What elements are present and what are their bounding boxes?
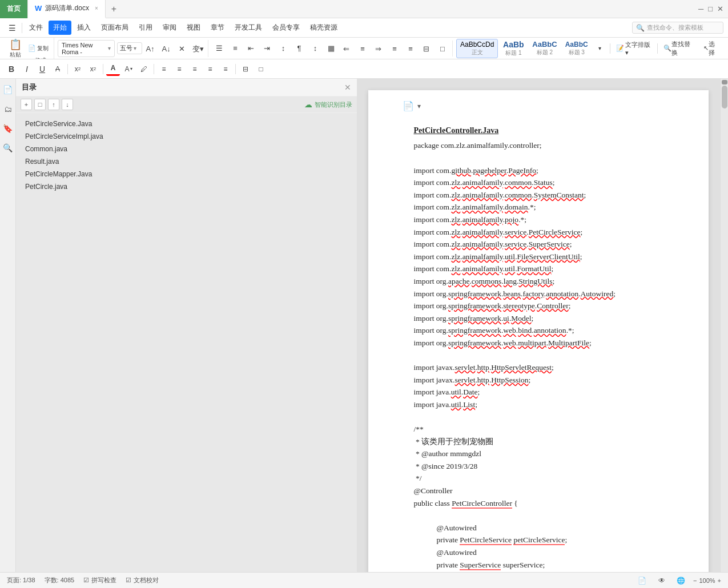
tab-home[interactable]: 首页 — [0, 0, 28, 18]
toc-up-btn[interactable]: ↑ — [48, 99, 59, 110]
status-spellcheck[interactable]: ☑ 拼写检查 — [83, 576, 116, 585]
shading-btn[interactable]: ▦ — [324, 41, 339, 56]
distrib2-btn[interactable]: ≡ — [219, 62, 232, 76]
italic-btn[interactable]: I — [20, 62, 34, 76]
cut-btn[interactable]: ✂剪切 — [26, 38, 51, 40]
align-center-btn[interactable]: ≡ — [355, 42, 370, 57]
scroll-thumb[interactable] — [722, 86, 727, 108]
window-minimize-btn[interactable]: ─ — [698, 5, 703, 13]
line-spacing-btn[interactable]: ↕ — [308, 41, 323, 56]
bold-btn[interactable]: B — [5, 62, 18, 76]
transform-btn[interactable]: 变▾ — [191, 42, 206, 57]
style-heading2[interactable]: AaBbC 标题 2 — [529, 39, 560, 58]
col-btn[interactable]: ⊟ — [419, 42, 434, 57]
menu-chapter[interactable]: 章节 — [206, 21, 229, 35]
toc-item[interactable]: PetCircleMapper.Java — [16, 168, 357, 180]
toc-item[interactable]: Result.java — [16, 155, 357, 168]
strikethrough-btn[interactable]: A — [51, 62, 65, 76]
font-size-selector[interactable]: 五号 ▾ — [117, 42, 142, 54]
window-close-btn[interactable]: ✕ — [717, 5, 723, 13]
sidebar-icons: 📄 🗂 🔖 🔍 — [0, 79, 16, 572]
doc-class-title: PetCircleController.Java — [414, 124, 663, 137]
document-content[interactable]: PetCircleController.Java package com.zlz… — [414, 124, 663, 571]
menu-file[interactable]: 文件 — [25, 21, 47, 35]
toc-item[interactable]: PetCircle.java — [16, 180, 357, 193]
menu-reference[interactable]: 引用 — [134, 21, 157, 35]
select-btn[interactable]: ↖ 选择 — [700, 41, 723, 56]
zoom-in-btn[interactable]: + — [718, 577, 721, 584]
increase-font-btn[interactable]: A↑ — [143, 42, 158, 57]
doc-line: * @since 2019/3/28 — [414, 460, 663, 473]
paste-group: 📋 粘贴 ✂剪切 📄复制 🖌格式刷 — [5, 38, 54, 59]
outline-icon[interactable]: 🗂 — [2, 103, 14, 115]
align-justify2-btn[interactable]: ≡ — [157, 62, 171, 76]
superscript-btn[interactable]: x2 — [71, 62, 85, 76]
view-read-btn[interactable]: 👁 — [654, 573, 669, 588]
menu-search[interactable]: 🔍 查找命令、搜索模板 — [632, 22, 723, 34]
highlight-btn[interactable]: A▾ — [122, 62, 135, 76]
menu-home[interactable]: 开始 — [49, 21, 71, 35]
search-icon[interactable]: 🔍 — [2, 142, 14, 154]
increase-indent-btn[interactable]: ⇥ — [260, 41, 275, 56]
more-styles-btn[interactable]: ▾ — [593, 41, 608, 56]
col2-btn[interactable]: ⊟ — [239, 62, 252, 76]
font-name-selector[interactable]: Times New Roma - ▾ — [58, 40, 115, 57]
font-color-btn[interactable]: A — [106, 62, 120, 76]
menu-devtools[interactable]: 开发工具 — [230, 21, 267, 35]
decrease-indent-btn[interactable]: ⇤ — [244, 41, 259, 56]
menu-insert[interactable]: 插入 — [73, 21, 95, 35]
toc-add-btn[interactable]: + — [21, 99, 32, 110]
align-right2-btn[interactable]: ≡ — [188, 62, 202, 76]
tab-add-btn[interactable]: + — [106, 4, 122, 14]
clear-format-btn[interactable]: ✕ — [175, 42, 190, 57]
doc-dropdown-icon[interactable]: ▾ — [417, 102, 421, 110]
menu-vip[interactable]: 会员专享 — [268, 21, 304, 35]
border-btn[interactable]: □ — [435, 42, 450, 57]
style-heading1[interactable]: AaBb 标题 1 — [499, 39, 528, 58]
nav-icon[interactable]: 📄 — [2, 83, 14, 96]
numbered-list-btn[interactable]: ≡ — [228, 41, 243, 56]
style-normal[interactable]: AaBbCcDd 正文 — [456, 39, 498, 58]
text-bg-btn[interactable]: 🖊 — [137, 62, 151, 76]
subscript-btn[interactable]: x2 — [86, 62, 100, 76]
justify-btn[interactable]: ≡ — [387, 42, 402, 57]
distrib-btn[interactable]: ≡ — [403, 42, 418, 57]
right-scrollbar[interactable] — [720, 79, 728, 572]
border2-btn[interactable]: □ — [254, 62, 268, 76]
para-mark-btn[interactable]: ¶ — [292, 41, 307, 56]
align-right-btn[interactable]: ⇒ — [371, 42, 386, 57]
menu-page-layout[interactable]: 页面布局 — [96, 21, 133, 35]
window-restore-btn[interactable]: □ — [708, 5, 713, 13]
document-area[interactable]: 📄 ▾ PetCircleController.Java package com… — [357, 79, 721, 572]
sort-btn[interactable]: ↕ — [276, 41, 291, 56]
align-left-btn[interactable]: ⇐ — [339, 42, 354, 57]
style-heading3[interactable]: AaBbC 标题 3 — [562, 39, 592, 58]
status-doccompare[interactable]: ☑ 文档校对 — [126, 576, 159, 585]
smart-detect-btn[interactable]: ☁ 智能识别目录 — [304, 100, 352, 109]
tab-close-btn[interactable]: × — [95, 5, 98, 11]
view-normal-btn[interactable]: 📄 — [635, 573, 650, 588]
decrease-font-btn[interactable]: A↓ — [159, 42, 174, 57]
bookmark-icon[interactable]: 🔖 — [2, 122, 14, 135]
toc-item[interactable]: PetCircleService.Java — [16, 118, 357, 130]
align-center2-btn[interactable]: ≡ — [172, 62, 186, 76]
sidebar-toggle-btn[interactable]: ☰ — [5, 21, 19, 35]
sidebar-close-btn[interactable]: ✕ — [344, 83, 351, 92]
toc-down-btn[interactable]: ↓ — [62, 99, 73, 110]
tab-active-doc[interactable]: W 源码清单.docx × — [28, 0, 106, 18]
find-replace-btn[interactable]: 🔍 查找替换 — [660, 41, 698, 56]
toc-delete-btn[interactable]: □ — [34, 99, 46, 110]
text-version-btn[interactable]: 📝 文字排版▾ — [613, 41, 655, 56]
align-left2-btn[interactable]: ≡ — [203, 62, 217, 76]
toc-item[interactable]: Common.java — [16, 143, 357, 155]
toc-item[interactable]: PetCircleServiceImpl.java — [16, 130, 357, 143]
menu-review[interactable]: 审阅 — [158, 21, 181, 35]
menu-view[interactable]: 视图 — [182, 21, 205, 35]
zoom-out-btn[interactable]: − — [693, 577, 697, 584]
copy-btn[interactable]: 📄复制 — [26, 41, 51, 56]
view-web-btn[interactable]: 🌐 — [674, 573, 689, 588]
underline-btn[interactable]: U — [35, 62, 49, 76]
menu-resources[interactable]: 稿壳资源 — [305, 21, 342, 35]
bullet-list-btn[interactable]: ☰ — [212, 41, 227, 56]
paste-btn[interactable]: 📋 粘贴 — [7, 38, 24, 59]
